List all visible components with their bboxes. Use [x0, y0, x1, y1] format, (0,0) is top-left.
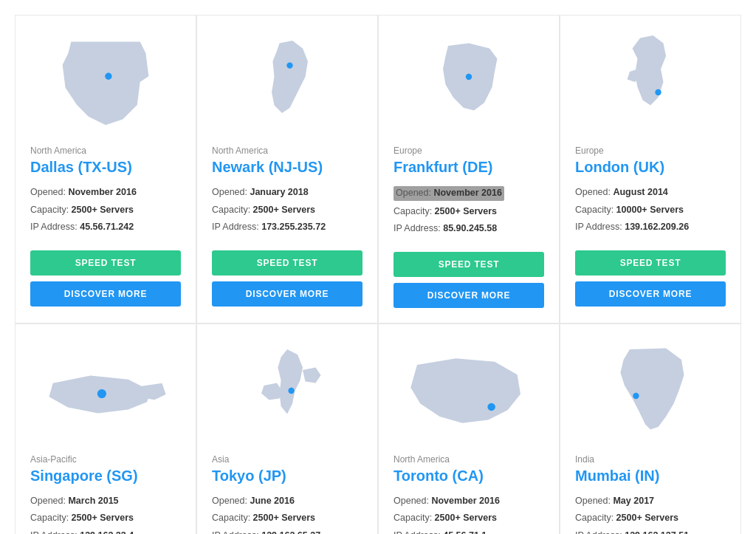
capacity-value: 2500+ Servers [435, 206, 497, 216]
ip-row: IP Address: 139.162.209.26 [575, 221, 689, 234]
speed-test-button[interactable]: SPEED TEST [30, 250, 181, 275]
map-image [212, 30, 362, 134]
opened-label: Opened: [30, 187, 66, 197]
ip-value: 139.162.127.51 [625, 530, 689, 535]
map-image [575, 30, 726, 134]
svg-point-3 [655, 89, 661, 95]
capacity-label: Capacity: [394, 513, 432, 523]
map-image [394, 30, 544, 134]
discover-more-button[interactable]: DISCOVER MORE [575, 281, 726, 307]
capacity-row: Capacity: 2500+ Servers [212, 512, 315, 525]
map-image [30, 30, 181, 134]
region-label: Europe [394, 146, 422, 156]
svg-point-4 [97, 388, 106, 397]
ip-value: 139.162.209.26 [625, 222, 689, 232]
ip-label: IP Address: [212, 222, 259, 232]
ip-value: 139.162.65.37 [261, 530, 320, 535]
region-label: Asia [212, 454, 229, 465]
opened-row: Opened: March 2015 [30, 495, 119, 508]
ip-label: IP Address: [575, 530, 622, 535]
card-london: Europe London (UK) Opened: August 2014 C… [560, 15, 741, 324]
region-label: North America [394, 454, 450, 465]
region-label: North America [30, 146, 86, 156]
region-label: India [575, 454, 594, 465]
svg-point-7 [633, 392, 639, 398]
card-buttons: SPEED TEST DISCOVER MORE [30, 250, 181, 307]
region-label: Europe [575, 146, 604, 156]
svg-point-2 [466, 74, 472, 80]
city-name: Singapore (SG) [30, 468, 138, 485]
capacity-value: 10000+ Servers [616, 205, 684, 215]
card-newark: North America Newark (NJ-US) Opened: Jan… [196, 15, 378, 324]
ip-value: 139.162.23.4 [80, 530, 134, 535]
opened-row: Opened: November 2016 [30, 186, 137, 199]
capacity-row: Capacity: 2500+ Servers [30, 204, 134, 217]
card-dallas: North America Dallas (TX-US) Opened: Nov… [15, 15, 196, 324]
opened-label: Opened: [212, 187, 247, 197]
opened-value: May 2017 [613, 496, 654, 506]
card-buttons: SPEED TEST DISCOVER MORE [575, 250, 726, 307]
opened-row: Opened: November 2016 [394, 186, 504, 201]
city-name: Frankfurt (DE) [394, 159, 492, 176]
svg-point-5 [288, 387, 294, 393]
card-toronto: North America Toronto (CA) Opened: Novem… [378, 324, 560, 535]
opened-value: August 2014 [613, 187, 667, 197]
opened-label: Opened: [575, 496, 611, 506]
capacity-row: Capacity: 2500+ Servers [575, 512, 678, 525]
capacity-value: 2500+ Servers [72, 205, 134, 215]
card-buttons: SPEED TEST DISCOVER MORE [394, 252, 544, 308]
capacity-row: Capacity: 10000+ Servers [575, 204, 684, 217]
card-singapore: Asia-Pacific Singapore (SG) Opened: Marc… [15, 324, 196, 535]
opened-row: Opened: November 2016 [394, 495, 500, 508]
opened-row: Opened: August 2014 [575, 186, 668, 199]
city-name: Tokyo (JP) [212, 468, 286, 485]
svg-point-6 [487, 403, 495, 411]
ip-row: IP Address: 139.162.23.4 [30, 530, 134, 535]
card-frankfurt: Europe Frankfurt (DE) Opened: November 2… [378, 15, 560, 324]
ip-label: IP Address: [394, 530, 441, 535]
map-image [394, 339, 544, 442]
ip-row: IP Address: 139.162.65.37 [212, 530, 320, 535]
capacity-row: Capacity: 2500+ Servers [394, 512, 497, 525]
discover-more-button[interactable]: DISCOVER MORE [212, 281, 362, 307]
ip-row: IP Address: 173.255.235.72 [212, 221, 326, 234]
capacity-row: Capacity: 2500+ Servers [30, 512, 134, 525]
capacity-value: 2500+ Servers [435, 513, 497, 523]
city-name: Dallas (TX-US) [30, 159, 132, 176]
capacity-row: Capacity: 2500+ Servers [212, 204, 315, 217]
svg-point-1 [286, 62, 292, 68]
speed-test-button[interactable]: SPEED TEST [575, 250, 726, 275]
city-name: Newark (NJ-US) [212, 159, 323, 176]
card-tokyo: Asia Tokyo (JP) Opened: June 2016 Capaci… [196, 324, 378, 535]
capacity-label: Capacity: [212, 205, 250, 215]
city-name: Mumbai (IN) [575, 468, 659, 485]
ip-row: IP Address: 85.90.245.58 [394, 222, 497, 236]
map-image [575, 339, 726, 442]
card-buttons: SPEED TEST DISCOVER MORE [212, 250, 362, 307]
ip-row: IP Address: 139.162.127.51 [575, 530, 689, 535]
capacity-label: Capacity: [394, 206, 432, 216]
capacity-value: 2500+ Servers [253, 513, 315, 523]
city-name: London (UK) [575, 159, 664, 176]
ip-label: IP Address: [394, 223, 441, 233]
opened-value: November 2016 [431, 496, 499, 506]
region-label: Asia-Pacific [30, 454, 77, 465]
ip-label: IP Address: [30, 530, 78, 535]
opened-value: March 2015 [68, 496, 118, 506]
speed-test-button[interactable]: SPEED TEST [212, 250, 362, 275]
opened-row: Opened: May 2017 [575, 495, 654, 508]
discover-more-button[interactable]: DISCOVER MORE [394, 283, 544, 308]
discover-more-button[interactable]: DISCOVER MORE [30, 281, 181, 307]
ip-label: IP Address: [212, 530, 259, 535]
opened-label: Opened: [212, 496, 247, 506]
capacity-label: Capacity: [212, 513, 250, 523]
ip-label: IP Address: [575, 222, 622, 232]
map-image [212, 339, 362, 442]
card-mumbai: India Mumbai (IN) Opened: May 2017 Capac… [560, 324, 741, 535]
opened-value: June 2016 [250, 496, 294, 506]
capacity-label: Capacity: [575, 205, 614, 215]
capacity-value: 2500+ Servers [72, 513, 134, 523]
speed-test-button[interactable]: SPEED TEST [394, 252, 544, 277]
opened-value: January 2018 [250, 187, 308, 197]
map-image [30, 339, 181, 442]
